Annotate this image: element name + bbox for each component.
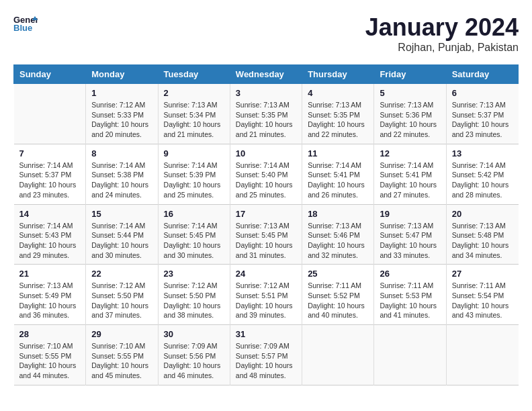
day-info: Sunrise: 7:10 AM Sunset: 5:55 PM Dayligh… [91, 341, 152, 381]
day-number: 10 [236, 148, 296, 158]
calendar-cell: 8Sunrise: 7:14 AM Sunset: 5:38 PM Daylig… [86, 144, 158, 204]
col-wednesday: Wednesday [230, 65, 302, 84]
day-number: 7 [19, 148, 81, 158]
calendar-cell: 1Sunrise: 7:12 AM Sunset: 5:33 PM Daylig… [86, 84, 158, 144]
day-info: Sunrise: 7:12 AM Sunset: 5:33 PM Dayligh… [91, 100, 152, 140]
calendar-cell: 17Sunrise: 7:13 AM Sunset: 5:45 PM Dayli… [230, 204, 302, 265]
day-number: 19 [380, 209, 440, 219]
day-info: Sunrise: 7:14 AM Sunset: 5:40 PM Dayligh… [236, 161, 296, 200]
calendar-header-row: Sunday Monday Tuesday Wednesday Thursday… [14, 65, 519, 84]
col-friday: Friday [374, 65, 446, 84]
calendar-cell: 3Sunrise: 7:13 AM Sunset: 5:35 PM Daylig… [230, 84, 302, 144]
calendar-cell: 2Sunrise: 7:13 AM Sunset: 5:34 PM Daylig… [158, 84, 230, 144]
logo-icon: General Blue [13, 13, 38, 32]
day-number: 21 [19, 269, 81, 279]
day-info: Sunrise: 7:14 AM Sunset: 5:43 PM Dayligh… [19, 221, 81, 261]
calendar-cell: 6Sunrise: 7:13 AM Sunset: 5:37 PM Daylig… [446, 84, 518, 144]
calendar-cell: 12Sunrise: 7:14 AM Sunset: 5:41 PM Dayli… [374, 144, 446, 204]
day-number: 28 [19, 329, 81, 339]
day-info: Sunrise: 7:13 AM Sunset: 5:35 PM Dayligh… [236, 100, 296, 140]
day-info: Sunrise: 7:14 AM Sunset: 5:45 PM Dayligh… [164, 221, 224, 261]
calendar-cell: 28Sunrise: 7:10 AM Sunset: 5:55 PM Dayli… [14, 325, 86, 385]
calendar-cell [302, 325, 374, 385]
calendar-subtitle: Rojhan, Punjab, Pakistan [365, 42, 519, 54]
day-info: Sunrise: 7:12 AM Sunset: 5:50 PM Dayligh… [91, 281, 152, 320]
calendar-cell: 18Sunrise: 7:13 AM Sunset: 5:46 PM Dayli… [302, 204, 374, 265]
calendar-cell: 5Sunrise: 7:13 AM Sunset: 5:36 PM Daylig… [374, 84, 446, 144]
day-info: Sunrise: 7:13 AM Sunset: 5:48 PM Dayligh… [452, 221, 513, 261]
calendar-cell: 4Sunrise: 7:13 AM Sunset: 5:35 PM Daylig… [302, 84, 374, 144]
day-info: Sunrise: 7:11 AM Sunset: 5:54 PM Dayligh… [452, 281, 513, 320]
day-number: 11 [308, 148, 368, 158]
calendar-week-row: 1Sunrise: 7:12 AM Sunset: 5:33 PM Daylig… [14, 84, 519, 144]
day-number: 26 [380, 269, 440, 279]
day-number: 31 [236, 329, 296, 339]
col-saturday: Saturday [446, 65, 518, 84]
day-number: 5 [380, 88, 440, 98]
day-info: Sunrise: 7:13 AM Sunset: 5:49 PM Dayligh… [19, 281, 81, 320]
day-number: 24 [236, 269, 296, 279]
calendar-cell [14, 84, 86, 144]
svg-text:Blue: Blue [13, 23, 32, 32]
day-number: 16 [164, 209, 224, 219]
day-number: 30 [164, 329, 224, 339]
calendar-cell: 30Sunrise: 7:09 AM Sunset: 5:56 PM Dayli… [158, 325, 230, 385]
day-info: Sunrise: 7:14 AM Sunset: 5:39 PM Dayligh… [164, 161, 224, 200]
day-info: Sunrise: 7:11 AM Sunset: 5:52 PM Dayligh… [308, 281, 368, 320]
calendar-table: Sunday Monday Tuesday Wednesday Thursday… [13, 64, 519, 385]
day-info: Sunrise: 7:09 AM Sunset: 5:57 PM Dayligh… [236, 341, 296, 381]
day-number: 22 [91, 269, 152, 279]
calendar-cell: 15Sunrise: 7:14 AM Sunset: 5:44 PM Dayli… [86, 204, 158, 265]
calendar-cell: 21Sunrise: 7:13 AM Sunset: 5:49 PM Dayli… [14, 265, 86, 325]
col-tuesday: Tuesday [158, 65, 230, 84]
day-info: Sunrise: 7:13 AM Sunset: 5:45 PM Dayligh… [236, 221, 296, 261]
day-number: 14 [19, 209, 81, 219]
calendar-cell: 9Sunrise: 7:14 AM Sunset: 5:39 PM Daylig… [158, 144, 230, 204]
calendar-title: January 2024 [365, 13, 519, 42]
calendar-cell: 7Sunrise: 7:14 AM Sunset: 5:37 PM Daylig… [14, 144, 86, 204]
col-monday: Monday [86, 65, 158, 84]
day-info: Sunrise: 7:14 AM Sunset: 5:44 PM Dayligh… [91, 221, 152, 261]
day-number: 13 [452, 148, 513, 158]
day-info: Sunrise: 7:13 AM Sunset: 5:35 PM Dayligh… [308, 100, 368, 140]
day-number: 18 [308, 209, 368, 219]
calendar-cell: 11Sunrise: 7:14 AM Sunset: 5:41 PM Dayli… [302, 144, 374, 204]
calendar-week-row: 21Sunrise: 7:13 AM Sunset: 5:49 PM Dayli… [14, 265, 519, 325]
day-number: 23 [164, 269, 224, 279]
title-block: January 2024 Rojhan, Punjab, Pakistan [365, 13, 519, 54]
calendar-cell: 10Sunrise: 7:14 AM Sunset: 5:40 PM Dayli… [230, 144, 302, 204]
calendar-cell: 25Sunrise: 7:11 AM Sunset: 5:52 PM Dayli… [302, 265, 374, 325]
day-info: Sunrise: 7:13 AM Sunset: 5:36 PM Dayligh… [380, 100, 440, 140]
day-info: Sunrise: 7:12 AM Sunset: 5:50 PM Dayligh… [164, 281, 224, 320]
day-number: 15 [91, 209, 152, 219]
calendar-week-row: 14Sunrise: 7:14 AM Sunset: 5:43 PM Dayli… [14, 204, 519, 265]
day-info: Sunrise: 7:14 AM Sunset: 5:42 PM Dayligh… [452, 161, 513, 200]
day-number: 6 [452, 88, 513, 98]
calendar-cell: 27Sunrise: 7:11 AM Sunset: 5:54 PM Dayli… [446, 265, 518, 325]
day-number: 17 [236, 209, 296, 219]
day-number: 25 [308, 269, 368, 279]
day-number: 27 [452, 269, 513, 279]
calendar-cell: 31Sunrise: 7:09 AM Sunset: 5:57 PM Dayli… [230, 325, 302, 385]
day-info: Sunrise: 7:10 AM Sunset: 5:55 PM Dayligh… [19, 341, 81, 381]
day-number: 29 [91, 329, 152, 339]
calendar-cell: 20Sunrise: 7:13 AM Sunset: 5:48 PM Dayli… [446, 204, 518, 265]
day-info: Sunrise: 7:11 AM Sunset: 5:53 PM Dayligh… [380, 281, 440, 320]
day-number: 2 [164, 88, 224, 98]
calendar-cell: 26Sunrise: 7:11 AM Sunset: 5:53 PM Dayli… [374, 265, 446, 325]
logo: General Blue [13, 13, 38, 32]
calendar-cell: 19Sunrise: 7:13 AM Sunset: 5:47 PM Dayli… [374, 204, 446, 265]
day-number: 4 [308, 88, 368, 98]
day-number: 9 [164, 148, 224, 158]
day-info: Sunrise: 7:13 AM Sunset: 5:37 PM Dayligh… [452, 100, 513, 140]
calendar-cell: 23Sunrise: 7:12 AM Sunset: 5:50 PM Dayli… [158, 265, 230, 325]
day-info: Sunrise: 7:12 AM Sunset: 5:51 PM Dayligh… [236, 281, 296, 320]
col-thursday: Thursday [302, 65, 374, 84]
day-number: 8 [91, 148, 152, 158]
calendar-week-row: 7Sunrise: 7:14 AM Sunset: 5:37 PM Daylig… [14, 144, 519, 204]
calendar-cell [446, 325, 518, 385]
day-number: 1 [91, 88, 152, 98]
day-info: Sunrise: 7:09 AM Sunset: 5:56 PM Dayligh… [164, 341, 224, 381]
col-sunday: Sunday [14, 65, 86, 84]
day-number: 3 [236, 88, 296, 98]
